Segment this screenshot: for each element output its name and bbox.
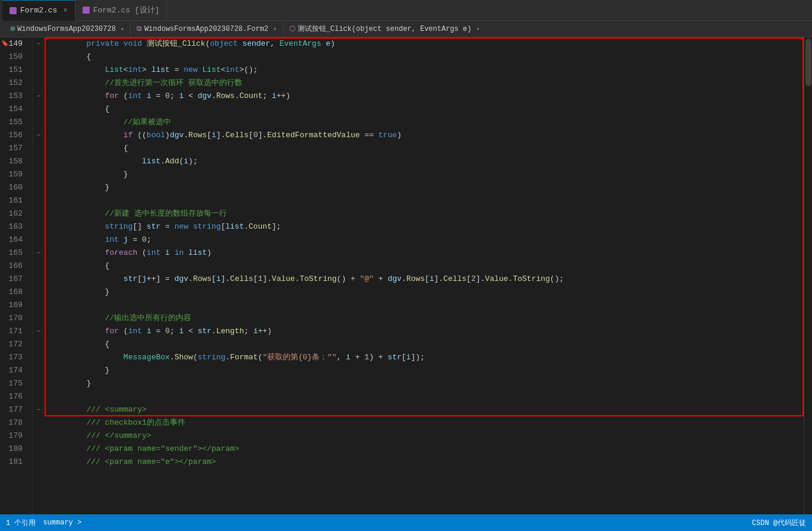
line-num-158: 158 xyxy=(0,155,27,168)
line-num-166: 166 xyxy=(0,260,27,273)
code-line xyxy=(49,390,804,403)
fold-cell-169 xyxy=(33,299,45,312)
fold-cell-170 xyxy=(33,312,45,325)
code-line: MessageBox.Show(string.Format("获取的第{0}条：… xyxy=(49,351,804,364)
code-area[interactable]: private void 测试按钮_Click(object sender, E… xyxy=(45,37,804,514)
fold-cell-164 xyxy=(33,233,45,246)
status-summary[interactable]: summary > xyxy=(43,519,81,527)
code-line: string[] str = new string[list.Count]; xyxy=(49,220,804,233)
nav-form-section[interactable]: ⧉ WindowsFormsApp20230728.Form2 ▾ xyxy=(131,21,283,37)
fold-cell-165[interactable]: − xyxy=(33,246,45,260)
code-line: private void 测试按钮_Click(object sender, E… xyxy=(49,37,804,50)
line-num-160: 160 xyxy=(0,181,27,194)
status-right: CSDN @代码匠徒 xyxy=(752,518,806,528)
fold-cell-153[interactable]: − xyxy=(33,90,45,103)
code-line: for (int i = 0; i < str.Length; i++) xyxy=(49,325,804,338)
tab-form2cs[interactable]: Form2.cs × xyxy=(2,0,75,21)
line-num-168: 168 xyxy=(0,286,27,299)
code-line: /// </summary> xyxy=(49,429,804,442)
code-line: int j = 0; xyxy=(49,233,804,246)
fold-cell-181 xyxy=(33,456,45,469)
fold-cell-171[interactable]: − xyxy=(33,325,45,338)
fold-cell-154 xyxy=(33,103,45,116)
code-line: if ((bool)dgv.Rows[i].Cells[0].EditedFor… xyxy=(49,129,804,142)
tab-bar: Form2.cs × Form2.cs [设计] xyxy=(0,0,812,21)
line-num-150: 150 xyxy=(0,50,27,64)
code-line: //新建 选中长度的数组存放每一行 xyxy=(49,207,804,220)
tab-form2cs-design[interactable]: Form2.cs [设计] xyxy=(75,0,168,21)
fold-column: −−−−−− xyxy=(33,37,45,514)
code-line xyxy=(49,299,804,312)
fold-cell-175 xyxy=(33,377,45,390)
line-num-157: 157 xyxy=(0,142,27,155)
nav-form-icon: ⧉ xyxy=(137,25,142,33)
code-line: } xyxy=(49,168,804,181)
nav-method-dropdown[interactable]: ▾ xyxy=(476,26,480,33)
fold-cell-166 xyxy=(33,260,45,273)
code-line: List<int> list = new List<int>(); xyxy=(49,64,804,77)
nav-project-section[interactable]: ⊞ WindowsFormsApp20230728 ▾ xyxy=(5,21,131,37)
line-num-181: 181 xyxy=(0,456,27,469)
code-line: //输出选中所有行的内容 xyxy=(49,312,804,325)
fold-cell-149[interactable]: − xyxy=(33,37,45,50)
fold-cell-161 xyxy=(33,194,45,207)
status-refs[interactable]: 1 个引用 xyxy=(6,518,36,528)
tab-close-1[interactable]: × xyxy=(63,7,67,15)
line-num-162: 162 xyxy=(0,207,27,220)
nav-bar: ⊞ WindowsFormsApp20230728 ▾ ⧉ WindowsFor… xyxy=(0,21,812,37)
line-num-173: 173 xyxy=(0,351,27,364)
fold-cell-156[interactable]: − xyxy=(33,129,45,142)
fold-cell-180 xyxy=(33,442,45,456)
code-line: { xyxy=(49,338,804,351)
code-line: { xyxy=(49,103,804,116)
code-line: } xyxy=(49,286,804,299)
fold-cell-178 xyxy=(33,416,45,429)
line-num-149: 🔖149 xyxy=(0,37,27,50)
nav-form-dropdown[interactable]: ▾ xyxy=(273,26,277,33)
fold-cell-177[interactable]: − xyxy=(33,403,45,416)
line-num-155: 155 xyxy=(0,116,27,129)
nav-project-dropdown[interactable]: ▾ xyxy=(121,26,124,33)
fold-cell-150 xyxy=(33,50,45,64)
line-num-154: 154 xyxy=(0,103,27,116)
line-num-165: 165 xyxy=(0,246,27,260)
nav-project-label: WindowsFormsApp20230728 xyxy=(17,25,116,33)
code-line: } xyxy=(49,377,804,390)
tab-icon-1 xyxy=(10,7,17,14)
fold-cell-173 xyxy=(33,351,45,364)
nav-method-label: 测试按钮_Click(object sender, EventArgs e) xyxy=(298,24,472,34)
line-num-176: 176 xyxy=(0,390,27,403)
line-num-171: 171 xyxy=(0,325,27,338)
line-num-180: 180 xyxy=(0,442,27,456)
code-line: /// <summary> xyxy=(49,403,804,416)
editor-container: 🔖149150151152153154155156157158159160161… xyxy=(0,37,812,514)
fold-cell-167 xyxy=(33,273,45,286)
code-line: //首先进行第一次循环 获取选中的行数 xyxy=(49,77,804,90)
nav-form-label: WindowsFormsApp20230728.Form2 xyxy=(144,25,268,33)
nav-method-section[interactable]: ⬡ 测试按钮_Click(object sender, EventArgs e)… xyxy=(283,21,486,37)
line-num-177: 177 xyxy=(0,403,27,416)
line-num-167: 167 xyxy=(0,273,27,286)
tab-icon-2 xyxy=(83,7,90,14)
vertical-scrollbar[interactable] xyxy=(804,37,812,514)
fold-cell-151 xyxy=(33,64,45,77)
code-line: } xyxy=(49,181,804,194)
fold-cell-159 xyxy=(33,168,45,181)
code-line: { xyxy=(49,50,804,64)
line-num-164: 164 xyxy=(0,233,27,246)
fold-cell-155 xyxy=(33,116,45,129)
code-line: /// <param name="sender"></param> xyxy=(49,442,804,456)
scrollbar-thumb[interactable] xyxy=(805,39,811,86)
line-num-161: 161 xyxy=(0,194,27,207)
line-num-172: 172 xyxy=(0,338,27,351)
code-line: } xyxy=(49,364,804,377)
line-num-152: 152 xyxy=(0,77,27,90)
tab-label-2: Form2.cs [设计] xyxy=(93,5,160,15)
fold-cell-152 xyxy=(33,77,45,90)
fold-cell-160 xyxy=(33,181,45,194)
code-line: { xyxy=(49,260,804,273)
line-numbers-gutter: 🔖149150151152153154155156157158159160161… xyxy=(0,37,33,514)
line-num-156: 156 xyxy=(0,129,27,142)
fold-cell-179 xyxy=(33,429,45,442)
fold-cell-163 xyxy=(33,220,45,233)
